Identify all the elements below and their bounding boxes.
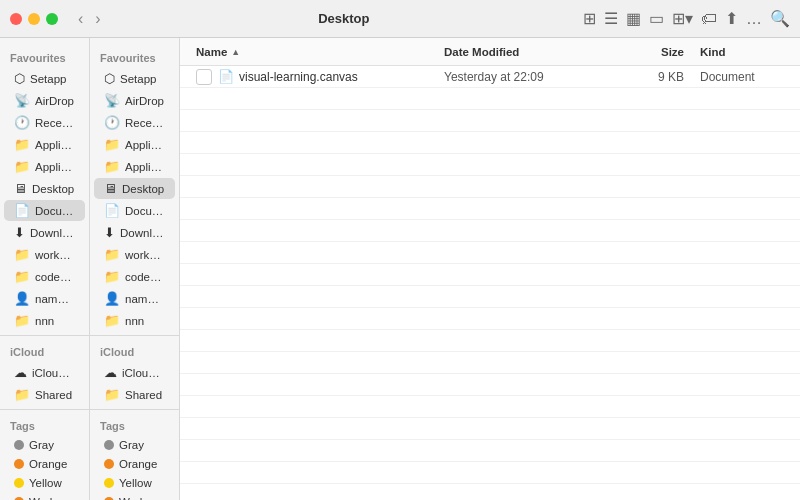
- sidebar-item-shared[interactable]: 📁Shared: [94, 384, 175, 405]
- sidebar-item-workspace[interactable]: 📁workspace: [4, 244, 85, 265]
- section-divider: [0, 335, 89, 336]
- file-name: visual-learning.canvas: [239, 70, 444, 84]
- empty-row: [180, 308, 800, 330]
- sidebar-item-work[interactable]: Work: [4, 493, 85, 500]
- sidebar-item-applicati---[interactable]: 📁Applicati...: [4, 134, 85, 155]
- sidebar-item-code-ref---[interactable]: 📁code-ref...: [4, 266, 85, 287]
- sidebar-item-applicati---[interactable]: 📁Applicati...: [94, 134, 175, 155]
- item-icon: 🕐: [14, 115, 30, 130]
- item-label: Gray: [29, 439, 54, 451]
- sidebar-item-orange[interactable]: Orange: [4, 455, 85, 473]
- item-label: nnn: [125, 315, 144, 327]
- item-icon: ⬡: [14, 71, 25, 86]
- sidebar-item-yellow[interactable]: Yellow: [4, 474, 85, 492]
- item-label: Yellow: [29, 477, 62, 489]
- item-label: Setapp: [120, 73, 156, 85]
- sidebar-item-desktop[interactable]: 🖥Desktop: [94, 178, 175, 199]
- view-list-icon[interactable]: ☰: [604, 9, 618, 28]
- item-label: AirDrop: [125, 95, 164, 107]
- sidebar-item-setapp[interactable]: ⬡Setapp: [94, 68, 175, 89]
- item-icon: 👤: [14, 291, 30, 306]
- sidebar-item-nnn[interactable]: 📁nnn: [4, 310, 85, 331]
- item-label: Desktop: [32, 183, 74, 195]
- close-button[interactable]: [10, 13, 22, 25]
- sidebar-item-work[interactable]: Work: [94, 493, 175, 500]
- section-header-icloud: iCloud: [0, 340, 89, 361]
- sidebar-item-namuan[interactable]: 👤namuan: [4, 288, 85, 309]
- item-label: Downloads: [120, 227, 165, 239]
- sidebar-item-setapp[interactable]: ⬡Setapp: [4, 68, 85, 89]
- item-label: code-ref...: [125, 271, 165, 283]
- item-icon: 🕐: [104, 115, 120, 130]
- search-icon[interactable]: 🔍: [770, 9, 790, 28]
- sidebar-item-recents[interactable]: 🕐Recents: [94, 112, 175, 133]
- item-icon: 📁: [14, 247, 30, 262]
- col-modified-header[interactable]: Date Modified: [444, 46, 604, 58]
- sidebar-item-documents[interactable]: 📄Documents: [94, 200, 175, 221]
- tag-icon[interactable]: 🏷: [701, 10, 717, 28]
- col-kind-header[interactable]: Kind: [684, 46, 784, 58]
- item-icon: 📁: [104, 159, 120, 174]
- sidebar-item-yellow[interactable]: Yellow: [94, 474, 175, 492]
- view-gallery-icon[interactable]: ▭: [649, 9, 664, 28]
- share-icon[interactable]: ⬆: [725, 9, 738, 28]
- item-icon: 📄: [14, 203, 30, 218]
- main-container: Favourites⬡Setapp📡AirDrop🕐Recents📁Applic…: [0, 38, 800, 500]
- section-header-tags: Tags: [0, 414, 89, 435]
- item-label: Gray: [119, 439, 144, 451]
- item-label: iCloud Dri...: [32, 367, 75, 379]
- sidebar-item-orange[interactable]: Orange: [94, 455, 175, 473]
- sidebar-item-applicati---[interactable]: 📁Applicati...: [4, 156, 85, 177]
- sidebar-item-code-ref---[interactable]: 📁code-ref...: [94, 266, 175, 287]
- sidebar-item-downloads[interactable]: ⬇Downloads: [4, 222, 85, 243]
- sidebar-item-namuan[interactable]: 👤namuan: [94, 288, 175, 309]
- sidebar-item-airdrop[interactable]: 📡AirDrop: [4, 90, 85, 111]
- file-checkbox[interactable]: [196, 69, 212, 85]
- col-name-header[interactable]: Name ▲: [196, 46, 444, 58]
- file-kind: Document: [684, 70, 784, 84]
- sidebar-item-airdrop[interactable]: 📡AirDrop: [94, 90, 175, 111]
- action-icon[interactable]: …: [746, 10, 762, 28]
- sidebar-item-icloud-dri---[interactable]: ☁iCloud Dri...: [94, 362, 175, 383]
- toolbar-icons: ⊞ ☰ ▦ ▭ ⊞▾ 🏷 ⬆ … 🔍: [583, 9, 790, 28]
- maximize-button[interactable]: [46, 13, 58, 25]
- sidebar-item-gray[interactable]: Gray: [94, 436, 175, 454]
- sidebar-item-recents[interactable]: 🕐Recents: [4, 112, 85, 133]
- empty-row: [180, 396, 800, 418]
- item-icon: ⬇: [104, 225, 115, 240]
- sidebar-item-nnn[interactable]: 📁nnn: [94, 310, 175, 331]
- sidebar-item-gray[interactable]: Gray: [4, 436, 85, 454]
- table-row[interactable]: 📄visual-learning.canvasYesterday at 22:0…: [180, 66, 800, 88]
- item-icon: 📁: [104, 269, 120, 284]
- empty-row: [180, 132, 800, 154]
- item-label: Shared: [35, 389, 72, 401]
- sidebar-item-desktop[interactable]: 🖥Desktop: [4, 178, 85, 199]
- empty-row: [180, 88, 800, 110]
- item-icon: 📁: [14, 269, 30, 284]
- section-divider: [90, 409, 179, 410]
- empty-row: [180, 352, 800, 374]
- sidebar-item-shared[interactable]: 📁Shared: [4, 384, 85, 405]
- minimize-button[interactable]: [28, 13, 40, 25]
- sidebar-item-downloads[interactable]: ⬇Downloads: [94, 222, 175, 243]
- file-size: 9 KB: [604, 70, 684, 84]
- view-grid-icon[interactable]: ⊞: [583, 9, 596, 28]
- sidebar-item-documents[interactable]: 📄Documents: [4, 200, 85, 221]
- sidebar-item-applicati---[interactable]: 📁Applicati...: [94, 156, 175, 177]
- sort-icon[interactable]: ⊞▾: [672, 9, 693, 28]
- column-headers: Name ▲ Date Modified Size Kind: [180, 38, 800, 66]
- empty-row: [180, 198, 800, 220]
- view-columns-icon[interactable]: ▦: [626, 9, 641, 28]
- sidebar-item-workspace[interactable]: 📁workspace: [94, 244, 175, 265]
- back-button[interactable]: ‹: [74, 9, 87, 29]
- empty-row: [180, 264, 800, 286]
- titlebar: ‹ › Desktop ⊞ ☰ ▦ ▭ ⊞▾ 🏷 ⬆ … 🔍: [0, 0, 800, 38]
- item-label: Applicati...: [35, 139, 75, 151]
- item-icon: 📁: [14, 137, 30, 152]
- item-label: workspace: [125, 249, 165, 261]
- empty-row: [180, 440, 800, 462]
- item-icon: 📁: [14, 159, 30, 174]
- col-size-header[interactable]: Size: [604, 46, 684, 58]
- sidebar-item-icloud-dri---[interactable]: ☁iCloud Dri...: [4, 362, 85, 383]
- forward-button[interactable]: ›: [91, 9, 104, 29]
